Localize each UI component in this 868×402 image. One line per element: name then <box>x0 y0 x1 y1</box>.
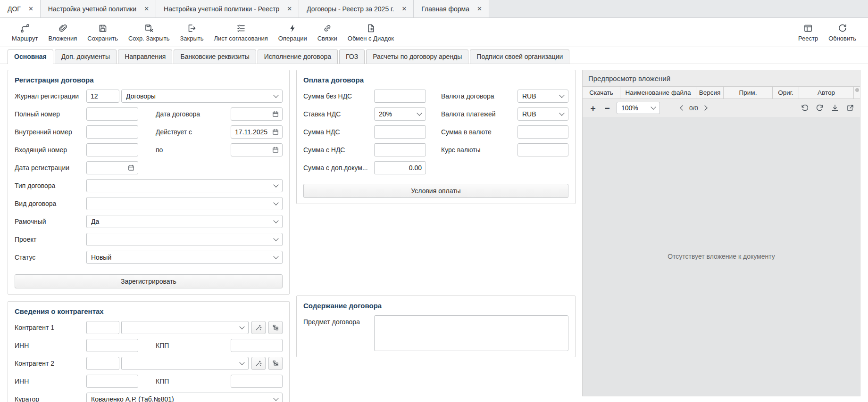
close-tab-icon[interactable]: ✕ <box>477 6 482 12</box>
inn1-input[interactable] <box>86 339 138 352</box>
route-button[interactable]: Маршрут <box>7 21 43 44</box>
sum-with-vat-input[interactable] <box>374 143 426 156</box>
kpp2-input[interactable] <box>231 375 283 388</box>
tab-additional-documents[interactable]: Доп. документы <box>55 49 117 64</box>
column-header-version[interactable]: Версия <box>696 87 724 98</box>
zoom-level-select[interactable]: 100% <box>617 102 660 114</box>
tab-own-org-signatures[interactable]: Подписи своей организации <box>470 49 569 64</box>
internal-number-input[interactable] <box>86 125 138 139</box>
tab-lease-settlements[interactable]: Расчеты по договору аренды <box>366 49 468 64</box>
close-tab-icon[interactable]: ✕ <box>28 6 33 12</box>
inn1-label: ИНН <box>15 342 86 349</box>
rotate-cw-icon[interactable] <box>816 104 824 112</box>
sum-with-docs-input[interactable] <box>374 161 426 174</box>
refresh-button[interactable]: Обновить <box>823 21 861 44</box>
reg-date-input[interactable] <box>91 164 126 172</box>
column-header-original[interactable]: Ориг. <box>773 87 799 98</box>
window-tab-bar: ДОГ ✕ Настройка учетной политики ✕ Настр… <box>0 0 868 18</box>
curator-select[interactable]: Коваленко А.Р. (Таб.№801) <box>86 393 283 402</box>
valid-from-input[interactable] <box>235 128 270 136</box>
valid-to-input[interactable] <box>235 146 270 154</box>
vat-sum-input[interactable] <box>374 125 426 139</box>
contract-subject-label: Предмет договора <box>303 315 374 326</box>
payment-terms-button[interactable]: Условия оплаты <box>303 184 568 198</box>
tab-goz[interactable]: ГОЗ <box>339 49 365 64</box>
links-button[interactable]: Связки <box>312 21 342 44</box>
journal-number-input[interactable] <box>86 90 119 103</box>
contract-subject-textarea[interactable] <box>374 315 568 351</box>
minus-icon: − <box>604 104 609 113</box>
open-external-icon[interactable] <box>846 104 854 112</box>
registry-button[interactable]: Реестр <box>793 21 823 44</box>
close-label: Закрыть <box>180 35 203 42</box>
attachments-button[interactable]: Вложения <box>43 21 82 44</box>
sum-no-vat-input[interactable] <box>374 90 426 103</box>
register-button[interactable]: Зарегистрировать <box>15 274 283 288</box>
contract-date-input[interactable] <box>235 110 270 118</box>
journal-select[interactable]: Договоры <box>121 90 283 103</box>
counterparty1-select[interactable] <box>121 321 249 334</box>
sum-in-currency-input[interactable] <box>517 125 568 139</box>
currency-rate-input[interactable] <box>517 143 568 156</box>
contract-date-field[interactable] <box>231 107 283 121</box>
contract-currency-select[interactable]: RUB <box>517 90 568 103</box>
diadoc-exchange-button[interactable]: Обмен с Диадок <box>342 21 399 44</box>
window-tab-accounting-policy-registry[interactable]: Настройка учетной политики - Реестр ✕ <box>156 0 299 17</box>
chevron-right-icon[interactable] <box>702 105 707 110</box>
window-tab-contracts-registry[interactable]: Договоры - Реестр за 2025 г. ✕ <box>299 0 414 17</box>
payment-currency-select[interactable]: RUB <box>517 107 568 121</box>
counterparty1-code-input[interactable] <box>86 321 119 334</box>
close-tab-icon[interactable]: ✕ <box>401 6 407 12</box>
kpp1-label: КПП <box>156 342 231 349</box>
inn2-input[interactable] <box>86 375 138 388</box>
counterparty1-hierarchy-button[interactable] <box>268 321 283 334</box>
reg-date-field[interactable] <box>86 161 138 174</box>
column-header-filename[interactable]: Наименование файла <box>620 87 696 98</box>
hierarchy-icon <box>272 324 279 331</box>
rotate-ccw-icon[interactable] <box>801 104 809 112</box>
download-icon[interactable] <box>831 104 839 112</box>
counterparties-panel: Сведения о контрагентах Контрагент 1 <box>8 301 290 402</box>
zoom-out-button[interactable]: − <box>602 103 612 113</box>
window-tab-main-form[interactable]: Главная форма ✕ <box>414 0 489 17</box>
status-select[interactable]: Новый <box>86 251 283 264</box>
chevron-left-icon[interactable] <box>680 105 685 110</box>
window-tab-accounting-policy[interactable]: Настройка учетной политики ✕ <box>41 0 156 17</box>
kpp1-input[interactable] <box>231 339 283 352</box>
save-close-button[interactable]: Сохр. Закрыть <box>123 21 175 44</box>
counterparty2-select[interactable] <box>121 357 249 370</box>
counterparty2-code-input[interactable] <box>86 357 119 370</box>
column-header-author[interactable]: Автор <box>799 87 854 98</box>
counterparty2-hierarchy-button[interactable] <box>268 357 283 370</box>
contract-kind-label: Вид договора <box>15 200 86 207</box>
framework-select[interactable]: Да <box>86 215 283 228</box>
save-button[interactable]: Сохранить <box>82 21 123 44</box>
close-tab-icon[interactable]: ✕ <box>287 6 292 12</box>
close-tab-icon[interactable]: ✕ <box>144 6 149 12</box>
valid-from-field[interactable] <box>231 125 283 139</box>
vat-rate-select[interactable]: 20% <box>374 107 426 121</box>
window-tab-dog[interactable]: ДОГ ✕ <box>0 0 41 17</box>
tab-contract-execution[interactable]: Исполнение договора <box>258 49 338 64</box>
tab-main[interactable]: Основная <box>8 49 53 64</box>
zoom-in-button[interactable]: + <box>588 103 598 113</box>
contract-type-select[interactable] <box>86 179 283 192</box>
counterparty2-pick-button[interactable] <box>251 357 266 370</box>
counterparty1-pick-button[interactable] <box>251 321 266 334</box>
table-scrollbar[interactable] <box>854 87 860 98</box>
operations-button[interactable]: Операции <box>273 21 312 44</box>
tab-bank-details[interactable]: Банковские реквизиты <box>174 49 256 64</box>
full-number-input[interactable] <box>86 107 138 121</box>
project-select[interactable] <box>86 233 283 246</box>
approval-sheet-button[interactable]: Лист согласования <box>209 21 273 44</box>
tab-directions[interactable]: Направления <box>118 49 172 64</box>
tab-label: Настройка учетной политики <box>48 5 136 13</box>
tab-label: Договоры - Реестр за 2025 г. <box>307 5 394 13</box>
incoming-number-input[interactable] <box>86 143 138 156</box>
close-button[interactable]: Закрыть <box>175 21 209 44</box>
valid-to-field[interactable] <box>231 143 283 156</box>
column-header-note[interactable]: Прим. <box>724 87 773 98</box>
scrollbar-thumb[interactable] <box>855 88 859 92</box>
column-header-download[interactable]: Скачать <box>583 87 620 98</box>
contract-kind-select[interactable] <box>86 197 283 210</box>
